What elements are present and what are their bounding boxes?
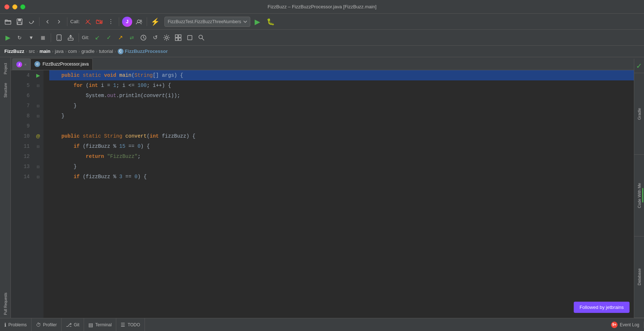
separator-1: [39, 17, 39, 26]
layout-button[interactable]: [173, 33, 183, 43]
main-area: Project Structure Pull Requests J × C Fi…: [0, 57, 644, 318]
separator-4: [147, 17, 147, 26]
profiler-label: Profiler: [43, 322, 57, 327]
svg-rect-13: [175, 35, 178, 37]
rerun-button[interactable]: ↻: [14, 33, 25, 43]
maximize-button[interactable]: [20, 4, 25, 9]
svg-rect-10: [68, 38, 73, 40]
code-line-5: for (int i = 1; i <= 100; i++) {: [49, 80, 638, 91]
toolbar-2: ▶ ↻ ▾ ◼ Git: ↙ ✓ ↗ ⇄ ↺: [0, 30, 644, 46]
forward-button[interactable]: [54, 17, 64, 27]
structure-icon[interactable]: Structure: [1, 80, 10, 101]
gutter-row-12: [33, 151, 43, 162]
run-config-selector[interactable]: FizzBuzzTest.FizzBuzzThreeNumbers: [164, 17, 250, 27]
code-line-11: if (fizzBuzz % 15 == 0) {: [49, 141, 638, 151]
bc-fizzbuzz[interactable]: FizzBuzz: [4, 49, 24, 54]
git-undo-button[interactable]: ↺: [150, 33, 160, 43]
tab-j[interactable]: J ×: [12, 58, 30, 70]
sync-button[interactable]: [26, 17, 36, 27]
run-button[interactable]: ▶: [252, 16, 263, 28]
c-icon: C: [34, 61, 40, 67]
bc-sep-3: ›: [52, 49, 53, 54]
gutter-row-7: ⊟: [33, 101, 43, 111]
settings-button[interactable]: [162, 33, 172, 43]
git-revert-button[interactable]: ⇄: [127, 33, 137, 43]
git-status-button[interactable]: ⎇ Git: [62, 318, 84, 331]
todo-icon: ☰: [121, 322, 125, 328]
pull-requests-icon[interactable]: Pull Requests: [1, 290, 10, 318]
todo-button[interactable]: ☰ TODO: [116, 318, 145, 331]
separator-2: [67, 17, 67, 26]
toolbar-1: Call: ⋮ J ⚡ FizzBuzzTest.FizzBuzzThreeNu…: [0, 14, 644, 30]
deploy-button[interactable]: [66, 33, 76, 43]
save-button[interactable]: [14, 17, 25, 27]
tab-j-close[interactable]: ×: [24, 62, 26, 67]
separator-5: [51, 33, 51, 42]
git-commit-button[interactable]: ✓: [104, 33, 114, 43]
bc-main[interactable]: main: [39, 49, 50, 54]
terminal-label: Terminal: [95, 322, 112, 327]
bc-sep-1: ›: [26, 49, 27, 54]
more-button[interactable]: ⋮: [106, 17, 116, 27]
svg-rect-15: [175, 38, 178, 41]
profiler-icon: ⏱: [36, 322, 41, 328]
bc-sep-7: ›: [114, 49, 116, 54]
git-push-button[interactable]: ↗: [115, 33, 125, 43]
tab-label: FizzBuzzProcessor.java: [42, 62, 88, 67]
gutter-row-6: [33, 91, 43, 101]
gutter: ▶ ⊟ ⊟ ⊟ @ ⊟ ⊟ ⊟: [33, 70, 43, 318]
breadcrumb: FizzBuzz › src › main › java › com › gra…: [0, 46, 644, 57]
event-log-button[interactable]: 9+ Event Log: [607, 322, 644, 328]
code-line-4: public static void main(String[] args) {: [49, 70, 638, 80]
code-editor[interactable]: 4 5 6 7 8 9 10 11 12 13 14 ▶ ⊟ ⊟ ⊟ @: [11, 70, 644, 318]
device-button[interactable]: [54, 33, 64, 43]
minimize-button[interactable]: [12, 4, 17, 9]
code-content[interactable]: public static void main(String[] args) {…: [43, 70, 644, 318]
bc-src[interactable]: src: [29, 49, 35, 54]
bc-class[interactable]: FizzBuzzProcessor: [125, 49, 168, 54]
editor-tabs: J × C FizzBuzzProcessor.java: [11, 57, 644, 70]
svg-rect-16: [179, 38, 181, 41]
play-button[interactable]: ▶: [3, 33, 13, 43]
share-button[interactable]: [134, 17, 144, 27]
panel-label-codewithme[interactable]: Code With Me: [634, 155, 644, 236]
git-history-button[interactable]: [138, 33, 149, 43]
gutter-row-11: ⊟: [33, 141, 43, 151]
bc-tutorial[interactable]: tutorial: [99, 49, 113, 54]
bc-java[interactable]: java: [55, 49, 64, 54]
svg-rect-3: [18, 22, 21, 24]
run-config-text: FizzBuzzTest.FizzBuzzThreeNumbers: [168, 19, 241, 24]
stop-button[interactable]: ◼: [38, 33, 48, 43]
call-video-button[interactable]: [94, 17, 104, 27]
tab-fizzbuzzprocessor[interactable]: C FizzBuzzProcessor.java: [30, 58, 92, 70]
gutter-row-14: ⊟: [33, 172, 43, 182]
bc-gradle[interactable]: gradle: [81, 49, 95, 54]
navigate-button[interactable]: ⚡: [150, 17, 160, 27]
back-button[interactable]: [42, 17, 53, 27]
terminal-icon: ▤: [88, 322, 93, 328]
code-line-8: }: [49, 111, 638, 121]
project-icon[interactable]: Project: [1, 60, 10, 77]
profiler-button[interactable]: ⏱ Profiler: [32, 318, 62, 331]
dropdown-button[interactable]: ▾: [26, 33, 36, 43]
debug-button[interactable]: 🐛: [265, 16, 276, 28]
problems-button[interactable]: ℹ Problems: [0, 318, 32, 331]
call-mute-button[interactable]: [83, 17, 93, 27]
bc-sep-5: ›: [78, 49, 80, 54]
left-sidebar: Project Structure Pull Requests: [0, 57, 11, 318]
traffic-lights: [4, 4, 25, 9]
close-button[interactable]: [4, 4, 9, 9]
code-line-13: }: [49, 162, 638, 172]
window-title: FizzBuzz – FizzBuzzProcessor.java [FizzB…: [268, 4, 377, 9]
search-button[interactable]: [196, 33, 206, 43]
status-right: 9+ Event Log: [607, 322, 644, 328]
fullscreen-button[interactable]: [185, 33, 195, 43]
open-folder-button[interactable]: [3, 17, 13, 27]
panel-label-database[interactable]: Database: [634, 236, 644, 318]
panel-label-gradle[interactable]: Gradle: [634, 73, 644, 155]
bc-com[interactable]: com: [68, 49, 77, 54]
gradle-label: Gradle: [637, 108, 641, 120]
user-avatar[interactable]: J: [122, 17, 132, 27]
terminal-button[interactable]: ▤ Terminal: [84, 318, 116, 331]
git-update-button[interactable]: ↙: [92, 33, 102, 43]
